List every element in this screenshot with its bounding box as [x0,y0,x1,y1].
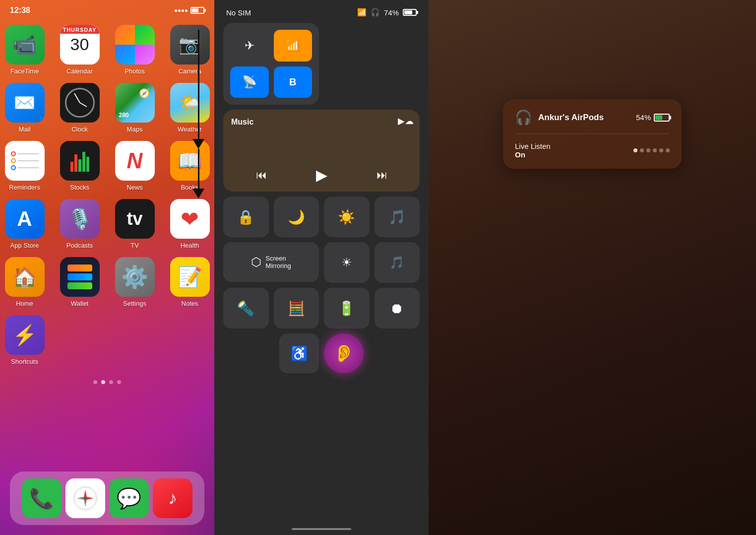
app-clock-label: Clock [71,126,88,133]
screen-record-icon: ⏺ [390,300,404,317]
airplane-icon: ✈ [245,39,254,53]
airpods-bottom: Live Listen On [515,142,670,159]
airpods-battery-indicator [654,114,670,122]
brightness-btn[interactable]: ☀ [324,242,370,283]
volume-btn[interactable]: 🎵 [375,242,420,283]
live-listen-btn[interactable]: 👂 [324,334,364,373]
wifi-icon: 📡 [242,75,257,89]
app-tv-label: TV [130,242,139,249]
battery-tile-btn[interactable]: 🔋 [324,288,370,329]
app-appstore[interactable]: A App Store [1,199,48,249]
listen-dot-1 [633,148,637,152]
app-camera[interactable]: 📷 Camera [166,25,213,75]
cellular-btn[interactable]: 📶 [274,30,313,62]
cc-wifi-icon: 📶 [357,8,367,17]
dock-phone[interactable]: 📞 [22,478,62,518]
listen-dot-5 [659,148,663,152]
app-wallet[interactable]: Wallet [56,257,103,307]
control-center: No SIM 📶 🎧 74% ✈ 📶 📡 [214,0,429,535]
app-mail-label: Mail [19,126,31,133]
airpods-header: 🎧 Ankur's AirPods 54% [515,109,670,134]
flashlight-btn[interactable]: 🔦 [223,288,269,329]
accessibility-btn[interactable]: ♿ [279,334,319,373]
airpods-card: 🎧 Ankur's AirPods 54% Live Listen On [503,99,682,169]
home-screen: 12:38 📹 FaceTime [0,0,214,535]
app-settings[interactable]: ⚙️ Settings [111,257,158,307]
app-stocks-label: Stocks [70,184,89,191]
app-shortcuts-label: Shortcuts [11,358,38,365]
app-reminders-label: Reminders [9,184,40,191]
brightness-icon: ☀ [341,256,352,269]
screen-mirror-icon: ⬡ [251,255,261,269]
airpods-name: Ankur's AirPods [538,113,604,123]
extra-tile-1[interactable]: ☀️ [324,197,370,237]
app-clock[interactable]: Clock [56,83,103,133]
app-stocks[interactable]: Stocks [56,141,103,191]
annotation-arrows [192,30,204,199]
dock-music[interactable]: ♪ [153,478,192,518]
volume-icon: 🎵 [389,256,404,269]
orientation-lock-btn[interactable]: 🔒 [223,197,269,237]
next-track-btn[interactable]: ⏭ [377,169,387,182]
wifi-btn[interactable]: 📡 [230,67,269,98]
listen-dot-6 [666,148,670,152]
do-not-disturb-btn[interactable]: 🌙 [274,197,319,237]
screen-record-btn[interactable]: ⏺ [375,288,420,329]
bluetooth-btn[interactable]: B [274,67,313,98]
app-mail[interactable]: ✉️ Mail [1,83,48,133]
extra-tile-2[interactable]: 🎵 [375,197,420,237]
app-health-label: Health [181,242,199,249]
listen-dot-3 [646,148,650,152]
signal-indicator [175,9,188,12]
page-dot-1 [93,380,97,384]
app-shortcuts[interactable]: ⚡ Shortcuts [1,315,48,365]
app-weather[interactable]: 🌤️ Weather [166,83,213,133]
app-calendar[interactable]: THURSDAY 30 Calendar [56,25,103,75]
app-settings-label: Settings [123,300,146,307]
page-dots [0,380,214,384]
app-podcasts[interactable]: 🎙️ Podcasts [56,199,103,249]
cc-headphone-icon: 🎧 [371,8,380,17]
app-reminders[interactable]: Reminders [1,141,48,191]
orientation-icon: 🔒 [237,209,254,225]
airpods-battery-percent: 54% [636,113,651,122]
calculator-btn[interactable]: 🧮 [274,288,319,329]
dock-messages[interactable]: 💬 [109,478,149,518]
app-health[interactable]: ❤ Health [166,199,213,249]
airpods-battery: 54% [636,113,670,122]
status-time: 12:38 [10,6,30,15]
play-pause-btn[interactable]: ▶ [316,166,327,184]
flashlight-icon: 🔦 [237,300,254,317]
app-tv[interactable]: tv TV [111,199,158,249]
app-facetime[interactable]: 📹 FaceTime [1,25,48,75]
app-notes[interactable]: 📝 Notes [166,257,213,307]
airpods-panel: 🎧 Ankur's AirPods 54% Live Listen On [429,0,756,535]
page-dot-3 [109,380,113,384]
cellular-icon: 📶 [285,39,300,53]
music-title: Music [231,118,412,127]
app-notes-label: Notes [182,300,198,307]
airpods-icon: 🎧 [515,109,532,126]
music-tile[interactable]: ▶☁ Music ⏮ ▶ ⏭ [223,110,420,192]
app-books[interactable]: 📖 Books [166,141,213,191]
moon-icon: 🌙 [288,209,305,225]
app-maps[interactable]: 280 🧭 Maps [111,83,158,133]
app-news[interactable]: N News [111,141,158,191]
app-photos[interactable]: Photos [111,25,158,75]
screen-mirror-btn[interactable]: ⬡ ScreenMirroring [223,242,319,282]
live-listen-status: On [515,150,551,159]
page-dot-2 [101,380,105,384]
calculator-icon: 🧮 [288,300,305,317]
app-calendar-label: Calendar [66,67,93,75]
scroll-indicator [292,528,351,530]
app-home[interactable]: 🏠 Home [1,257,48,307]
cc-battery-percent: 74% [384,8,399,17]
accessibility-icon: ♿ [291,345,308,362]
app-photos-label: Photos [125,67,144,75]
apps-grid: 📹 FaceTime THURSDAY 30 Calendar Photos [0,15,214,375]
page-dot-4 [117,380,121,384]
airplane-mode-btn[interactable]: ✈ [230,30,269,62]
dock-safari[interactable] [65,478,105,518]
app-facetime-label: FaceTime [10,67,39,75]
prev-track-btn[interactable]: ⏮ [256,169,267,182]
